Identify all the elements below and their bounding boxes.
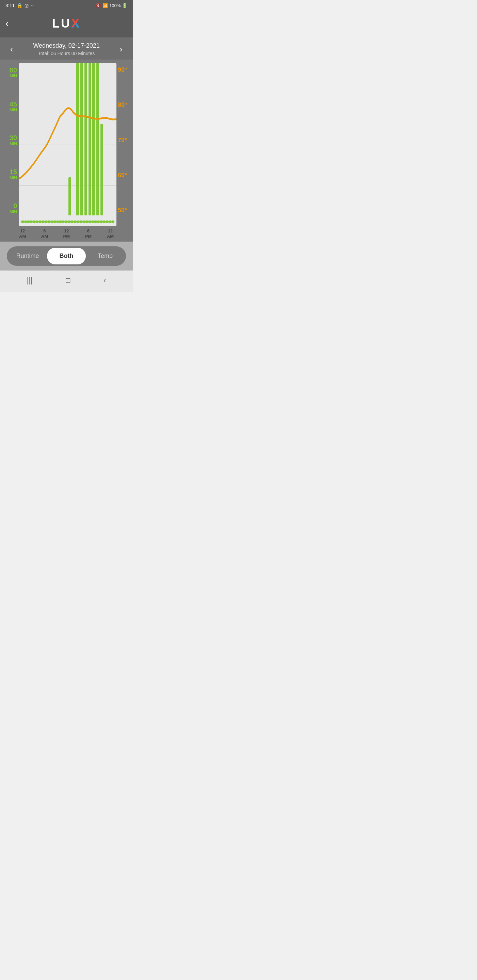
status-left: 8:11 🔒 ◎ ··· [5,3,35,8]
y-right-80: 80° [118,102,129,108]
dot-2 [27,221,30,223]
total-time: Total: 06 Hours 00 Minutes [33,51,99,56]
bar-15 [80,63,83,215]
bar-slot-1 [24,63,28,215]
dot-26 [97,221,100,223]
bar-slot-12 [68,63,72,215]
bar-17 [89,63,91,215]
toggle-temp[interactable]: Temp [86,248,124,264]
app-logo: LU X [52,16,81,30]
lock-icon: 🔒 [17,3,22,8]
dot-31 [111,221,115,223]
dot-24 [91,221,94,223]
back-button[interactable]: ‹ [5,19,8,28]
bars-area [19,63,116,215]
dot-6 [38,221,41,223]
time-display: 8:11 [5,3,14,8]
bar-slot-9 [56,63,60,215]
bar-slot-20 [100,63,104,215]
logo-text: LU [52,16,71,30]
dot-19 [77,221,80,223]
x-label-6am: 6AM [41,228,48,239]
bar-slot-6 [44,63,48,215]
bar-slot-11 [64,63,68,215]
dot-22 [85,221,88,223]
dots-row [20,221,116,223]
x-label-12pm: 12PM [63,228,70,239]
bar-slot-0 [20,63,24,215]
dot-12 [56,221,59,223]
date-center: Wednesday, 02-17-2021 Total: 06 Hours 00… [33,42,99,56]
bar-16 [85,63,87,215]
bar-14 [76,63,79,215]
dot-27 [100,221,103,223]
dot-23 [88,221,91,223]
chart-container: 60MIN 45MIN 30MIN 15MIN 0MIN [0,60,133,242]
bottom-nav: ||| □ ‹ [0,270,133,292]
toggle-both[interactable]: Both [47,248,86,264]
logo-x: X [71,16,81,30]
dot-15 [65,221,68,223]
dot-28 [103,221,106,223]
home-icon[interactable]: □ [66,276,70,285]
y-label-45: 45MIN [4,100,17,112]
bar-slot-3 [32,63,36,215]
bar-slot-21 [104,63,108,215]
status-right: 🔇 📶 100% 🔋 [96,3,127,8]
bar-slot-17 [88,63,92,215]
chart-wrapper: 60MIN 45MIN 30MIN 15MIN 0MIN [0,63,133,226]
more-icon: ··· [30,3,35,8]
y-right-90: 90° [118,66,129,73]
dot-16 [68,221,71,223]
y-label-60: 60MIN [4,66,17,78]
bar-slot-16 [84,63,88,215]
date-title: Wednesday, 02-17-2021 [33,42,99,49]
bar-slot-13 [72,63,76,215]
y-right-60: 60° [118,172,129,179]
dot-3 [30,221,33,223]
bar-slot-7 [48,63,52,215]
view-toggle: Runtime Both Temp [0,242,133,270]
bar-18 [92,63,95,215]
dot-21 [82,221,85,223]
toggle-bar: Runtime Both Temp [7,247,126,266]
dot-30 [108,221,112,223]
x-label-12am-start: 12AM [19,228,26,239]
dot-17 [71,221,74,223]
dot-25 [94,221,97,223]
bar-slot-23 [112,63,116,215]
next-date-button[interactable]: › [116,44,126,54]
status-bar: 8:11 🔒 ◎ ··· 🔇 📶 100% 🔋 [0,0,133,11]
dot-5 [36,221,39,223]
y-right-50: 50° [118,207,129,214]
bar-slot-15 [80,63,84,215]
dot-9 [47,221,50,223]
chart-inner [19,63,116,226]
battery-display: 100% 🔋 [109,3,127,8]
back-nav-icon[interactable]: ‹ [104,276,106,285]
y-label-0: 0MIN [4,202,17,214]
bar-slot-18 [92,63,96,215]
dot-18 [73,221,77,223]
mute-icon: 🔇 [96,3,101,8]
bar-12 [69,177,71,215]
y-axis-right: 90° 80° 70° 60° 50° [116,63,131,226]
bar-20 [101,124,103,215]
bar-slot-2 [28,63,32,215]
wifi-icon: 📶 [102,3,108,8]
y-right-70: 70° [118,137,129,144]
prev-date-button[interactable]: ‹ [7,44,17,54]
date-navigation: ‹ Wednesday, 02-17-2021 Total: 06 Hours … [0,37,133,60]
toggle-runtime[interactable]: Runtime [8,248,47,264]
x-axis: 12AM 6AM 12PM 6PM 12AM [0,226,133,242]
dot-29 [105,221,108,223]
bar-slot-14 [76,63,80,215]
dot-0 [21,221,24,223]
recent-apps-icon[interactable]: ||| [27,276,33,285]
dot-11 [53,221,56,223]
dot-13 [59,221,62,223]
location-icon: ◎ [24,3,29,8]
dot-20 [79,221,82,223]
bar-slot-5 [40,63,44,215]
dot-10 [50,221,53,223]
